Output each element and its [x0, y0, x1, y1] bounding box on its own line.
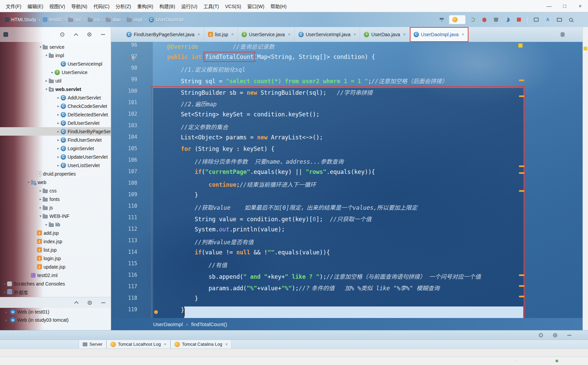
code-line-102[interactable]: Set<String> keySet = condition.keySet(); [153, 111, 583, 122]
code-line-106[interactable]: //排除分页条件参数 只要name、address...参数查询 [153, 157, 583, 168]
tree-item-finduserservlet[interactable]: ▸CFindUserServlet [0, 136, 111, 144]
editor-breadcrumb-item[interactable]: findTotalCount() [191, 321, 227, 327]
services-tab-server[interactable]: Server [79, 340, 106, 349]
chevron-right-icon[interactable]: ▸ [4, 318, 8, 322]
breadcrumb-item-htmlstudy[interactable]: HTMLStudy [4, 17, 37, 22]
locate-button[interactable] [537, 331, 545, 340]
tree-item-userlistservlet[interactable]: ▸CUserListServlet [0, 161, 111, 169]
breadcrumb-item-cn[interactable]: cn [87, 17, 100, 22]
gear-button[interactable] [551, 331, 560, 340]
tree-item-loginservlet[interactable]: ▸CLoginServlet [0, 144, 111, 153]
code-line-103[interactable]: //定义参数的集合 [153, 122, 583, 134]
tree-item-lib[interactable]: ▸lib [0, 220, 111, 229]
chevron-right-icon[interactable]: ▸ [3, 282, 7, 286]
error-stripe-mark[interactable] [519, 296, 524, 297]
gutter-line-111[interactable]: 111 [111, 214, 153, 226]
bookmark-dot-icon[interactable] [154, 310, 158, 314]
tree-item-test02-iml[interactable]: test02.iml [0, 271, 111, 279]
gutter-line-109[interactable]: 109 [111, 191, 153, 203]
rerun-button[interactable] [468, 15, 477, 24]
tree-item-userservice[interactable]: ▸IUserService [0, 68, 111, 76]
menu-z[interactable]: 分析(Z) [112, 4, 134, 9]
gutter-line-96[interactable]: 96 [111, 42, 153, 53]
code-line-98[interactable]: //1.定义模板初始化sql [153, 65, 583, 76]
breadcrumb-item-test02[interactable]: test02 [42, 17, 63, 22]
gutter-line-102[interactable]: 102 [111, 111, 153, 122]
error-stripe-mark[interactable] [519, 190, 524, 192]
search-everywhere-button[interactable] [566, 15, 575, 24]
editor-breadcrumb-item[interactable]: UserDaoImpl [153, 321, 183, 327]
menu-v[interactable]: 视图(V) [46, 4, 68, 9]
chevron-right-icon[interactable]: ▸ [56, 163, 61, 167]
web-item-web-in-test01[interactable]: ▸wWeb (in test01) [0, 308, 111, 316]
event-log-button[interactable] [555, 360, 560, 362]
breadcrumb-item-dao[interactable]: dao [105, 17, 121, 22]
tool-windows-button[interactable] [2, 348, 11, 357]
profiler-button[interactable] [503, 15, 512, 24]
tree-item-update-jsp[interactable]: Jupdate.jsp [0, 263, 111, 271]
chevron-right-icon[interactable]: ▸ [44, 79, 49, 83]
services-tab-tomcat-localhost-log[interactable]: Tomcat Localhost Log× [106, 340, 170, 349]
gutter-line-98[interactable]: 98 [111, 65, 153, 76]
minus-button[interactable] [565, 331, 574, 340]
tab-userservice-java[interactable]: IUserService.java× [238, 27, 294, 42]
tab-userdaoimpl-java[interactable]: CUserDaoImpl.java× [410, 27, 468, 42]
tree-item-userserviceimpl[interactable]: CUserServiceImpl [0, 60, 111, 68]
error-stripe-mark[interactable] [519, 285, 524, 287]
chevron-down-icon[interactable]: ▾ [26, 180, 31, 184]
code-line-105[interactable]: for (String key : keySet) { [153, 145, 583, 157]
chevron-right-icon[interactable]: ▸ [56, 121, 61, 125]
code-line-108[interactable]: continue;//结束当前循环进入下一循环 [153, 180, 583, 191]
code-line-111[interactable]: String value = condition.get(key)[0]; //… [153, 214, 583, 226]
chevron-right-icon[interactable]: ▸ [56, 96, 61, 99]
code-line-112[interactable]: System.out.println(value); [153, 226, 583, 237]
gutter-line-112[interactable]: 112 [111, 226, 153, 237]
tree-item-fonts[interactable]: ▸fonts [0, 195, 111, 203]
error-stripe-mark[interactable] [519, 95, 524, 97]
chevron-right-icon[interactable]: ▸ [56, 155, 61, 159]
chevron-right-icon[interactable]: ▸ [56, 138, 61, 142]
menu-b[interactable]: 构建(B) [156, 4, 178, 9]
gear-button[interactable] [85, 298, 94, 307]
code-line-115[interactable]: //有值 [153, 260, 583, 272]
minimize-button[interactable]: — [541, 0, 557, 12]
close-tab-icon[interactable]: × [197, 32, 200, 37]
services-tab-tomcat-catalina-log[interactable]: Tomcat Catalina Log× [170, 340, 232, 349]
tree-item-adduserservlet[interactable]: ▸CAddUserServlet [0, 93, 111, 102]
maximize-button[interactable]: □ [557, 0, 572, 12]
chevron-right-icon[interactable]: ▸ [56, 130, 61, 133]
tree-item-web[interactable]: ▾web [0, 178, 111, 186]
tree-item-druid-properties[interactable]: druid.properties [0, 169, 111, 178]
tree-item-scratches-and-consoles[interactable]: ▸Scratches and Consoles [0, 279, 111, 288]
gutter-line-116[interactable]: 116 [111, 272, 153, 283]
code-line-113[interactable]: //判断value是否有值 [153, 237, 583, 249]
tree-item-finduserbypageservlet[interactable]: ▸CFindUserByPageServlet [0, 127, 111, 136]
menu-h[interactable]: 帮助(H) [267, 4, 289, 9]
breadcrumb-item-userdaoimpl[interactable]: CUserDaoImpl [148, 17, 184, 22]
chevron-right-icon[interactable]: ▸ [4, 310, 8, 314]
code-line-116[interactable]: sb.append(" and "+key+" like ? ");//注意加空… [153, 272, 583, 283]
menu-f[interactable]: 文件(F) [3, 4, 24, 9]
gutter-line-110[interactable]: 110 [111, 203, 153, 214]
breadcrumb-item-impl[interactable]: impl [126, 17, 143, 22]
menu-w[interactable]: 窗口(W) [244, 4, 268, 9]
code-line-101[interactable]: //2.遍历map [153, 99, 583, 111]
stop-button[interactable] [514, 15, 523, 24]
gutter-line-113[interactable]: 113 [111, 237, 153, 249]
debug-button[interactable] [480, 15, 489, 24]
chevron-right-icon[interactable]: ▸ [44, 223, 49, 226]
gutter-line-103[interactable]: 103 [111, 122, 153, 134]
error-stripe-indicator[interactable] [518, 43, 523, 48]
tree-item-index-jsp[interactable]: Jindex.jsp [0, 237, 111, 246]
code-line-97[interactable]: public int findTotalCount(Map<String, St… [153, 53, 583, 65]
chevron-right-icon[interactable]: ▸ [56, 113, 61, 116]
web-item-web-in-study03-tomcat[interactable]: ▸wWeb (in study03 tomcat) [0, 316, 111, 324]
gutter-line-114[interactable]: 114 [111, 249, 153, 260]
code-line-114[interactable]: if(value != null && !"".equals(value)){ [153, 249, 583, 260]
menu-vcs-s[interactable]: VCS(S) [222, 4, 244, 9]
menu-c[interactable]: 代码(C) [90, 4, 112, 9]
close-tab-icon[interactable]: × [288, 32, 291, 37]
translate-button[interactable]: A [543, 15, 552, 24]
collapse-button[interactable] [71, 30, 80, 39]
gear-button[interactable] [85, 30, 94, 39]
